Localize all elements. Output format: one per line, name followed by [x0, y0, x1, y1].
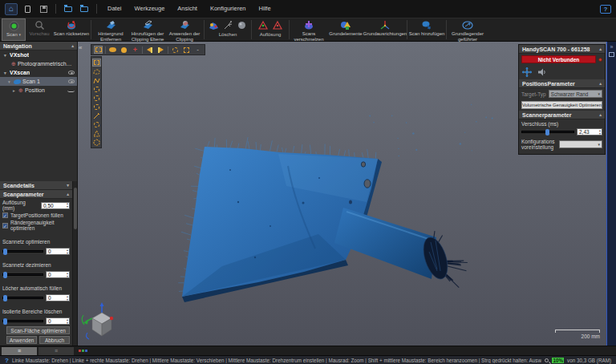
rounded-select-tool-3[interactable]	[92, 103, 101, 111]
fill-targets-checkbox[interactable]: ✓	[2, 212, 8, 218]
edge-accuracy-checkbox[interactable]: ✓	[2, 223, 8, 229]
workflow-button[interactable]: Grundlegender geführter Workflow	[448, 18, 488, 41]
target-select-tool[interactable]: +	[131, 46, 140, 54]
optimize-mesh-spinbox[interactable]: 0 ▴▾	[46, 248, 70, 255]
collapse-icon[interactable]: ▴	[599, 47, 602, 51]
shutter-slider[interactable]	[521, 131, 574, 133]
free-lasso-tool[interactable]	[92, 67, 101, 75]
sound-icon[interactable]	[537, 67, 547, 77]
target-type-dropdown[interactable]: Schwarzer Rand ▾	[549, 90, 602, 98]
connection-status-button[interactable]: Nicht Verbunden	[521, 55, 596, 63]
decimate-mesh-slider[interactable]	[2, 273, 43, 276]
import-session-icon[interactable]	[78, 3, 91, 15]
collapse-icon[interactable]: ▴	[599, 81, 602, 86]
optimize-mesh-slider[interactable]	[2, 250, 43, 253]
save-icon[interactable]	[37, 3, 50, 15]
open-session-icon[interactable]	[62, 3, 75, 15]
cancel-button[interactable]: Abbruch	[39, 336, 70, 344]
list-view-tab-inactive[interactable]: ≡	[38, 347, 74, 355]
shutter-spinbox[interactable]: 2,43 ▴▾	[577, 128, 602, 135]
delete-blob-icon[interactable]	[237, 20, 247, 30]
vorschau-button[interactable]: Vorschau	[26, 18, 53, 41]
add-scan-button[interactable]: Scan hinzufügen	[408, 18, 445, 41]
expand-icon[interactable]: ▸	[11, 88, 17, 93]
expand-icon[interactable]: ▾	[6, 79, 12, 84]
alignments-button[interactable]: Grundausrichtungen	[364, 18, 406, 41]
rounded-select-tool-1[interactable]	[92, 85, 101, 93]
menu-werkzeuge[interactable]: Werkzeuge	[130, 0, 170, 18]
new-document-icon[interactable]	[21, 3, 34, 15]
clipping-ref-button[interactable]: Anwenden der Clipping Referenz	[166, 18, 203, 41]
tree-item-scan1[interactable]: ▾ Scan 1	[0, 77, 77, 86]
circle-select-tool[interactable]	[92, 120, 101, 128]
panel-collapse-chevron[interactable]: «	[79, 44, 82, 51]
rectangle-lasso-tool[interactable]	[92, 59, 101, 67]
slider-thumb[interactable]	[3, 318, 7, 325]
menu-ansicht[interactable]: Ansicht	[172, 0, 202, 18]
hexagon-select-tool[interactable]	[92, 138, 101, 146]
optimize-surface-button[interactable]: Scan-Fläche optimieren	[6, 326, 70, 334]
volumetric-accuracy-button[interactable]: Volumetrische Genauigkeit Optimieren	[521, 101, 602, 109]
rounded-select-tool-2[interactable]	[92, 94, 101, 102]
fill-select-tool[interactable]	[120, 46, 128, 54]
tree-item-photo-model[interactable]: ⊕ Photogrammetrisches Modell 1	[0, 59, 77, 68]
expand-icon[interactable]: ▾	[2, 53, 8, 58]
scanparameter-header[interactable]: Scanparameter ▴	[0, 190, 72, 199]
menu-konfigurieren[interactable]: Konfigurieren	[205, 0, 251, 18]
scan-button[interactable]: Scan ▾	[2, 18, 26, 41]
spinner-arrows-icon[interactable]: ▴▾	[67, 249, 68, 254]
visibility-eye-icon[interactable]	[68, 79, 75, 83]
expand-dock-chevron[interactable]: »	[610, 44, 614, 50]
rect-select-tool[interactable]	[94, 46, 103, 54]
resolution-up-icon[interactable]	[257, 20, 269, 30]
spinner-arrows-icon[interactable]: ▴▾	[67, 295, 68, 301]
resolution-spinbox[interactable]: 0,50 ▴▾	[41, 202, 70, 209]
delete-spray-icon[interactable]	[223, 20, 233, 30]
tree-item-vxscan[interactable]: ▾ VXscan	[0, 68, 77, 77]
tree-item-position[interactable]: ▸ ⊕ Position	[0, 86, 77, 95]
spinner-arrows-icon[interactable]: ▴▾	[67, 272, 68, 277]
merge-scans-button[interactable]: Scans verschmelzen	[290, 18, 327, 41]
spinner-arrows-icon[interactable]: ▴▾	[67, 318, 68, 324]
spinner-arrows-icon[interactable]: ▴▾	[599, 129, 601, 135]
remove-isolated-slider[interactable]	[2, 320, 43, 322]
status-help-icon[interactable]: ?	[5, 357, 9, 364]
navigation-header[interactable]: Navigation ▴	[0, 42, 77, 51]
surface-select-tool[interactable]	[108, 46, 117, 54]
collapse-icon[interactable]: ▾	[67, 183, 69, 188]
polyline-tool[interactable]	[92, 76, 101, 84]
shrink-selection-tool[interactable]	[182, 46, 191, 54]
scanner-panel-header[interactable]: HandySCAN 700 - 661258 ▴	[519, 45, 605, 54]
decimate-mesh-spinbox[interactable]: 0 ▴▾	[46, 271, 70, 278]
triangle-select-tool[interactable]	[92, 129, 101, 137]
background-remove-button[interactable]: Hintergrund Entfernen	[92, 18, 129, 41]
list-view-tab-active[interactable]: ≡	[2, 347, 37, 355]
scan-panel-scrollbar[interactable]	[72, 181, 77, 346]
delete-targets-icon[interactable]	[209, 20, 220, 30]
collapse-icon[interactable]: ▴	[71, 43, 74, 48]
toolbar-collapse-button[interactable]: -	[193, 46, 202, 54]
slider-thumb[interactable]	[3, 272, 7, 278]
clipping-plane-button[interactable]: Hinzufügen der Clipping Ebene	[129, 18, 166, 41]
slider-thumb[interactable]	[3, 249, 7, 255]
grow-selection-tool[interactable]	[171, 46, 180, 54]
resolution-down-icon[interactable]	[272, 20, 283, 30]
scrollbar-thumb[interactable]	[74, 188, 77, 229]
remove-isolated-spinbox[interactable]: 0 ▴▾	[46, 317, 70, 325]
expand-icon[interactable]: ▾	[2, 71, 8, 75]
knife-tool[interactable]	[92, 111, 101, 119]
dock-window-icon[interactable]	[609, 52, 614, 57]
menu-datei[interactable]: Datei	[103, 0, 127, 18]
config-preset-dropdown[interactable]: ▾	[559, 140, 602, 148]
targets-calibration-icon[interactable]	[521, 67, 533, 78]
spinner-arrows-icon[interactable]: ▴▾	[67, 202, 68, 208]
apply-button[interactable]: Anwenden	[6, 336, 37, 344]
primitives-button[interactable]: Grundelemente	[327, 18, 364, 41]
slider-thumb[interactable]	[545, 129, 549, 135]
flip-left-tool[interactable]	[145, 46, 154, 54]
scandetails-header[interactable]: Scandetails ▾	[0, 181, 72, 190]
visibility-eye-icon[interactable]	[68, 71, 75, 75]
home-icon[interactable]: ⌂	[5, 3, 18, 15]
orientation-cube[interactable]	[81, 301, 123, 341]
fill-holes-spinbox[interactable]: 0 ▴▾	[46, 294, 70, 301]
